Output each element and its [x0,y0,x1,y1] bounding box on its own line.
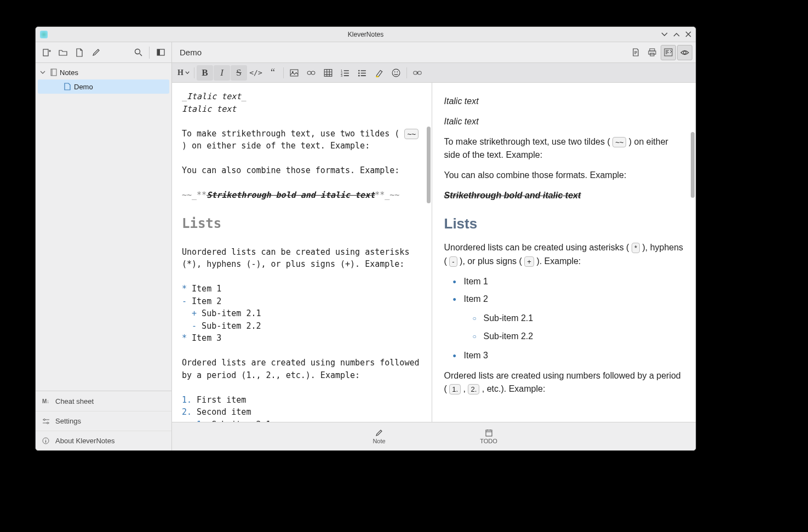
window-controls [661,31,691,38]
svg-point-24 [392,69,400,77]
app-window: KleverNotes [35,26,696,451]
sidebar-bottom: M↓ Cheat sheet Settings About KleverNote… [36,391,171,450]
note-icon [63,83,72,90]
new-notebook-button[interactable] [39,45,54,60]
list-item: Sub-item 2.1 [476,312,684,325]
tree-item-demo[interactable]: Demo [38,79,169,94]
pencil-icon [375,429,383,437]
preview-view-button[interactable] [677,45,692,60]
window-title: KleverNotes [36,31,696,38]
svg-text:3: 3 [341,74,342,77]
svg-rect-15 [307,71,311,75]
new-note-button[interactable] [72,45,87,60]
close-button[interactable] [685,31,691,38]
editor-pane[interactable]: _Italic text_ Italic text To make strike… [172,83,432,422]
sidebar: Notes Demo M↓ Cheat sheet [36,63,172,450]
edit-button[interactable] [88,45,104,60]
svg-rect-0 [43,49,48,56]
tab-todo[interactable]: TODO [434,422,543,450]
svg-rect-5 [649,51,656,54]
link-button[interactable] [303,65,319,81]
export-pdf-button[interactable] [628,45,643,60]
svg-rect-29 [486,430,492,436]
tab-note[interactable]: Note [324,422,434,450]
main-toolbar: Demo [36,42,696,63]
code-button[interactable]: </> [248,65,264,81]
new-folder-button[interactable] [55,45,71,60]
tree-root-notes[interactable]: Notes [36,65,171,79]
note-link-button[interactable] [409,65,426,81]
scrollbar[interactable] [691,132,695,198]
print-button[interactable] [644,45,660,60]
search-button[interactable] [130,45,146,60]
image-button[interactable] [286,65,302,81]
settings-icon [42,418,51,425]
unordered-list-button[interactable] [354,65,370,81]
strikethrough-button[interactable]: S [231,65,247,81]
main-area: H B I S </> “ 12 [172,63,696,450]
italic-button[interactable]: I [214,65,230,81]
app-icon [40,31,48,38]
note-title: Demo [172,48,624,57]
ordered-list-button[interactable]: 123 [337,65,353,81]
svg-point-26 [397,71,398,72]
notebook-icon [49,68,58,76]
svg-point-22 [358,72,360,74]
tree-label: Demo [74,83,93,91]
note-tree[interactable]: Notes Demo [36,63,171,391]
format-toolbar: H B I S </> “ 12 [172,63,696,83]
calendar-icon [485,429,492,437]
bottom-tabs: Note TODO [172,422,696,450]
svg-rect-4 [650,49,655,51]
highlight-button[interactable] [371,65,387,81]
about-button[interactable]: About KleverNotes [36,431,171,450]
bold-button[interactable]: B [197,65,213,81]
svg-rect-16 [311,71,315,75]
preview-pane[interactable]: Italic text Italic text To make striketh… [432,83,696,422]
svg-point-11 [47,422,49,424]
quote-button[interactable]: “ [265,65,281,81]
titlebar: KleverNotes [36,27,696,42]
minimize-button[interactable] [661,31,668,38]
chevron-down-icon[interactable] [40,70,47,75]
svg-point-10 [44,419,45,420]
list-item: Item 3 [456,349,684,363]
svg-point-8 [684,51,686,54]
settings-button[interactable]: Settings [36,411,171,431]
svg-point-1 [135,49,140,54]
heading-lists: Lists [444,213,684,234]
svg-point-23 [358,75,360,76]
maximize-button[interactable] [673,31,680,38]
cheat-sheet-button[interactable]: M↓ Cheat sheet [36,391,171,411]
heading-button[interactable]: H [175,65,192,81]
markdown-icon: M↓ [42,398,51,404]
collapse-sidebar-button[interactable] [153,45,168,60]
list-item: Item 1 [456,275,684,289]
list-item: Sub-item 2.2 [476,330,684,344]
chevron-down-icon [185,68,190,77]
info-icon [42,437,51,444]
svg-point-25 [394,71,396,72]
editor-view-button[interactable] [661,45,676,60]
tree-label: Notes [60,68,78,77]
list-item: Item 2 Sub-item 2.1 Sub-item 2.2 [456,293,684,343]
scrollbar[interactable] [427,127,431,203]
svg-point-21 [358,70,360,71]
svg-rect-3 [157,49,160,55]
svg-rect-17 [324,69,332,76]
emoji-button[interactable] [388,65,404,81]
preview-unordered-list: Item 1 Item 2 Sub-item 2.1 Sub-item 2.2 … [456,275,684,363]
table-button[interactable] [320,65,336,81]
